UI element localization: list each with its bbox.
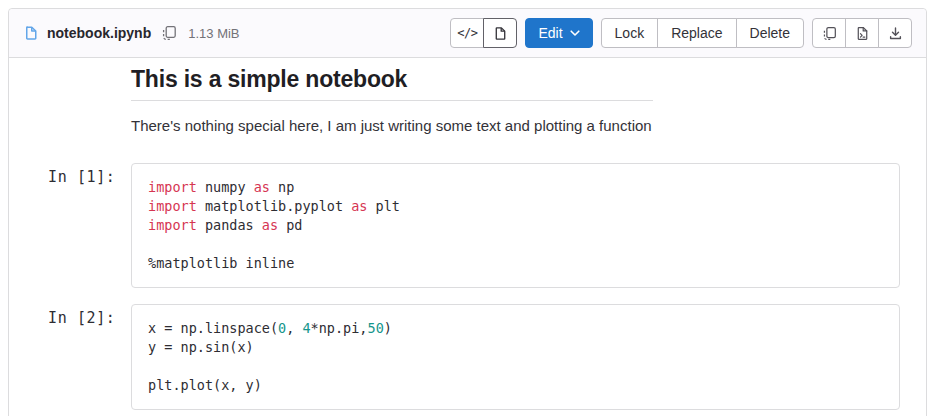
notebook-content: This is a simple notebook There's nothin… (9, 65, 926, 410)
download-icon (888, 26, 903, 41)
display-rendered-button[interactable] (483, 18, 517, 48)
notebook-cell: In [1]:import numpy as np import matplot… (131, 163, 926, 288)
replace-button[interactable]: Replace (657, 18, 736, 48)
code-icon: </> (457, 26, 477, 40)
code: x = np.linspace(0, 4*np.pi,50) y = np.si… (132, 305, 899, 409)
file-name: notebook.ipynb (47, 25, 151, 41)
file-icon (23, 25, 39, 41)
copy-to-clipboard-icon (161, 25, 177, 41)
file-actions: </> Edit (450, 18, 912, 48)
file-header-bar: notebook.ipynb 1.13 MiB </> (9, 9, 926, 58)
chevron-down-icon (570, 29, 580, 37)
file-viewer-card: notebook.ipynb 1.13 MiB </> (8, 8, 927, 416)
edit-button-label: Edit (538, 25, 562, 41)
cell-prompt: In [2]: (48, 309, 115, 327)
copy-contents-icon (822, 26, 837, 41)
edit-dropdown-button[interactable]: Edit (525, 18, 592, 48)
notebook-title: This is a simple notebook (131, 65, 653, 101)
copy-contents-button[interactable] (812, 18, 846, 48)
file-utility-group (812, 18, 912, 48)
download-button[interactable] (878, 18, 912, 48)
code-cell: import numpy as np import matplotlib.pyp… (131, 163, 900, 288)
lock-button[interactable]: Lock (601, 18, 659, 48)
code: import numpy as np import matplotlib.pyp… (132, 164, 899, 287)
delete-button[interactable]: Delete (736, 18, 804, 48)
notebook-cell: In [2]:x = np.linspace(0, 4*np.pi,50) y … (131, 304, 926, 410)
file-manage-group: Lock Replace Delete (601, 18, 804, 48)
open-raw-icon (855, 26, 870, 41)
document-icon (493, 26, 508, 41)
copy-file-path-button[interactable] (161, 25, 177, 41)
code-cells-container: In [1]:import numpy as np import matplot… (131, 163, 926, 410)
cell-prompt: In [1]: (48, 168, 115, 186)
open-raw-button[interactable] (845, 18, 879, 48)
markdown-cell: This is a simple notebook There's nothin… (131, 65, 653, 136)
display-source-button[interactable]: </> (450, 18, 484, 48)
file-size: 1.13 MiB (188, 26, 239, 41)
code-cell: x = np.linspace(0, 4*np.pi,50) y = np.si… (131, 304, 900, 410)
view-toggle-group: </> (450, 18, 517, 48)
notebook-intro: There's nothing special here, I am just … (131, 115, 653, 136)
